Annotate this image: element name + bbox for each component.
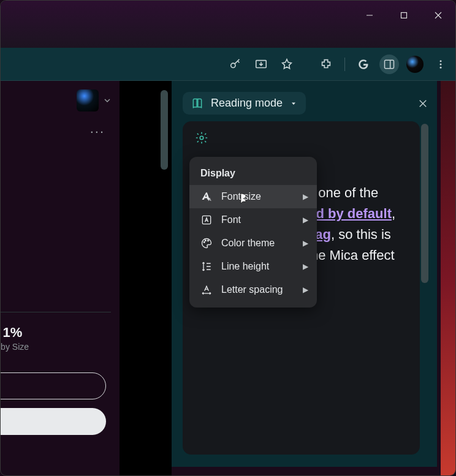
svg-point-17: [208, 240, 209, 241]
menu-item-font-size[interactable]: A Font size ▶: [189, 185, 317, 208]
google-account-icon[interactable]: [354, 55, 373, 74]
svg-point-8: [440, 66, 442, 68]
svg-text:A: A: [208, 197, 211, 202]
toolbar-separator: [344, 58, 345, 71]
user-avatar: [77, 89, 99, 111]
menu-item-label: Color theme: [221, 238, 275, 249]
star-icon[interactable]: [277, 55, 297, 74]
close-window-button[interactable]: [421, 1, 455, 30]
svg-rect-4: [385, 60, 394, 68]
svg-rect-1: [401, 13, 407, 18]
desktop-background-slice: [441, 81, 455, 475]
dropdown-triangle-icon: [290, 100, 297, 107]
chevron-right-icon: ▶: [303, 192, 308, 201]
rank-stat: Top 1% Ranked by Size: [1, 325, 111, 352]
font-size-icon: A: [200, 191, 213, 203]
reading-mode-label: Reading mode: [211, 97, 283, 110]
reader-scrollbar-thumb[interactable]: [421, 124, 428, 283]
extensions-icon[interactable]: [316, 55, 336, 74]
close-panel-button[interactable]: [417, 98, 428, 109]
menu-item-label: Font: [221, 214, 241, 225]
divider: [1, 312, 111, 312]
menu-section-title: Display: [189, 163, 317, 185]
svg-point-16: [205, 240, 207, 241]
svg-point-12: [200, 136, 203, 140]
book-icon: [191, 97, 203, 110]
svg-point-6: [440, 60, 442, 62]
chevron-right-icon: ▶: [303, 285, 308, 294]
reader-scrollbar[interactable]: [421, 124, 428, 452]
joined-button[interactable]: ed: [1, 372, 106, 399]
side-panel-toggle[interactable]: [379, 55, 399, 74]
menu-item-label: Line height: [221, 261, 269, 272]
edit-icon[interactable]: [1, 435, 111, 468]
font-icon: [200, 214, 213, 226]
scrollbar-thumb[interactable]: [161, 90, 168, 170]
letter-spacing-icon: [200, 284, 213, 296]
svg-point-7: [440, 63, 442, 65]
window-controls: [352, 1, 455, 30]
chevron-down-icon: [102, 96, 112, 105]
palette-icon: [200, 237, 213, 249]
menu-item-letter-spacing[interactable]: Letter spacing ▶: [189, 278, 317, 301]
key-icon[interactable]: [226, 55, 245, 74]
overflow-menu[interactable]: ···: [1, 120, 111, 149]
menu-item-font[interactable]: Font ▶: [189, 208, 317, 232]
menu-item-line-height[interactable]: Line height ▶: [189, 255, 317, 278]
more-menu-icon[interactable]: [431, 55, 450, 74]
reader-settings-button[interactable]: [195, 131, 408, 145]
community-description: - an independent, for everything to do s…: [1, 223, 111, 285]
maximize-button[interactable]: [387, 1, 421, 30]
member-count: 08: [1, 285, 111, 312]
mouse-cursor: [236, 192, 249, 208]
user-menu[interactable]: [77, 89, 112, 111]
chevron-right-icon: ▶: [303, 239, 308, 247]
svg-point-2: [231, 63, 235, 67]
reading-mode-selector[interactable]: Reading mode: [183, 92, 306, 115]
display-settings-menu: Display A Font size ▶ Font ▶ Color theme…: [189, 157, 317, 308]
browser-toolbar: [1, 48, 455, 81]
menu-item-color-theme[interactable]: Color theme ▶: [189, 232, 317, 255]
chevron-right-icon: ▶: [303, 262, 308, 271]
article-link[interactable]: ed by default: [308, 206, 392, 221]
svg-point-15: [203, 242, 205, 243]
chevron-right-icon: ▶: [303, 216, 308, 224]
line-height-icon: [200, 260, 213, 273]
minimize-button[interactable]: [352, 1, 387, 30]
left-app-panel: ··· - an independent, for everything to …: [1, 81, 120, 475]
install-icon[interactable]: [251, 55, 271, 74]
create-post-button[interactable]: e Post: [1, 408, 106, 435]
menu-item-label: Letter spacing: [221, 284, 283, 295]
profile-avatar[interactable]: [405, 55, 425, 74]
